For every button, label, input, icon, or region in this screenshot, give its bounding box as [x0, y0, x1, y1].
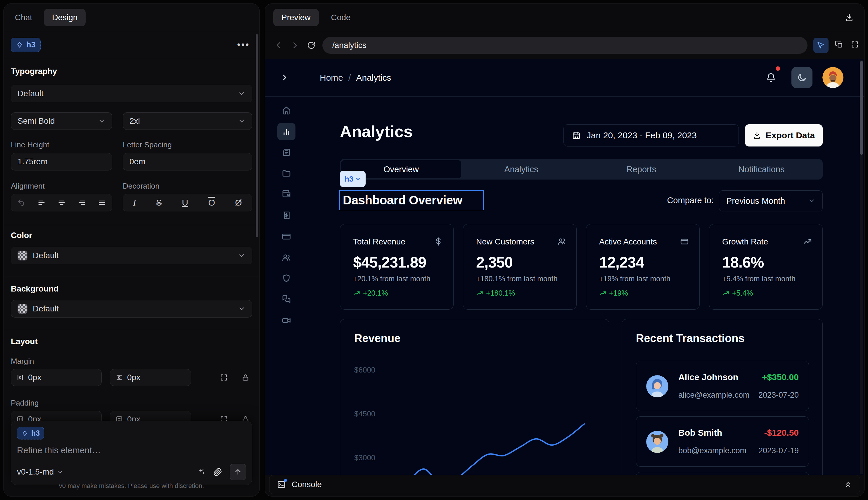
overline-icon[interactable]: O	[208, 198, 215, 208]
panel-scrollbar[interactable]	[256, 34, 258, 237]
composer-input[interactable]: Refine this element…	[17, 445, 246, 455]
italic-icon[interactable]: I	[133, 198, 136, 208]
shield-icon[interactable]	[282, 274, 291, 283]
more-menu-icon[interactable]: •••	[237, 40, 250, 50]
newspaper-icon[interactable]	[282, 148, 291, 157]
strikethrough-icon[interactable]: S	[156, 198, 162, 208]
send-button[interactable]	[230, 464, 246, 480]
chevrons-up-icon[interactable]	[844, 480, 852, 489]
arrow-up-icon	[234, 468, 242, 476]
tab-code[interactable]: Code	[331, 13, 351, 22]
trending-up-icon	[353, 290, 360, 297]
model-select[interactable]: v0-1.5-md	[17, 467, 64, 477]
background-swatch	[18, 304, 27, 314]
color-title: Color	[11, 231, 252, 240]
font-family-select[interactable]: Default	[11, 85, 252, 102]
alignment-group	[11, 194, 112, 212]
user-avatar[interactable]	[822, 67, 843, 88]
chevron-down-icon	[98, 117, 105, 125]
breadcrumb-home[interactable]: Home	[320, 73, 343, 83]
refine-composer: h3 Refine this element… v0-1.5-md	[11, 421, 252, 485]
lock-margin-icon[interactable]	[239, 371, 252, 384]
wallet-icon[interactable]	[282, 190, 291, 199]
margin-y-input[interactable]: 0px	[110, 369, 191, 386]
theme-toggle-button[interactable]	[791, 67, 812, 88]
alignment-label: Alignment	[11, 182, 112, 191]
tab-preview[interactable]: Preview	[273, 9, 319, 26]
diamond-icon	[21, 430, 28, 437]
sparkles-icon[interactable]	[197, 467, 206, 476]
trending-up-icon	[722, 290, 729, 297]
no-decoration-icon[interactable]: Ø	[235, 198, 242, 208]
expand-margin-icon[interactable]	[217, 371, 231, 384]
transaction-row-clipped	[636, 472, 809, 475]
bar-chart-icon[interactable]	[282, 127, 291, 136]
background-select[interactable]: Default	[11, 300, 252, 318]
sidebar-toggle-icon[interactable]	[280, 73, 289, 82]
date-range-button[interactable]: Jan 20, 2023 - Feb 09, 2023	[564, 124, 739, 147]
selected-heading[interactable]: Dashboard Overview	[339, 190, 484, 210]
margin-x-input[interactable]: 0px	[11, 369, 102, 386]
tab-analytics[interactable]: Analytics	[461, 164, 581, 174]
align-justify-icon[interactable]	[98, 198, 106, 207]
chevron-down-icon	[238, 90, 245, 98]
paperclip-icon[interactable]	[213, 467, 222, 476]
composer-element-badge[interactable]: h3	[17, 427, 44, 440]
font-weight-select[interactable]: Semi Bold	[11, 112, 112, 130]
align-center-icon[interactable]	[58, 198, 66, 207]
color-select[interactable]: Default	[11, 247, 252, 264]
copy-icon[interactable]	[833, 38, 845, 50]
transaction-row[interactable]: Bob Smith bob@example.com -$120.50 2023-…	[636, 416, 809, 467]
color-swatch	[18, 251, 27, 261]
transaction-row[interactable]: Alice Johnson alice@example.com +$350.00…	[636, 361, 809, 411]
dollar-icon	[434, 237, 443, 246]
recent-transactions-card: Recent Transactions Alice Johnson alice@…	[622, 319, 823, 475]
selected-element-badge[interactable]: h3	[11, 38, 40, 52]
messages-icon[interactable]	[282, 295, 291, 304]
download-icon[interactable]	[845, 13, 854, 22]
video-icon[interactable]	[282, 316, 291, 325]
reset-alignment-icon[interactable]	[17, 198, 25, 207]
decoration-group: I S U O Ø	[123, 194, 252, 212]
panel-mode-tabs: Chat Design	[4, 4, 259, 31]
bell-icon[interactable]	[766, 72, 776, 83]
address-bar[interactable]: /analytics	[322, 37, 808, 54]
letter-spacing-input[interactable]: 0em	[123, 153, 252, 170]
design-mode-pointer-icon[interactable]	[813, 38, 829, 53]
align-right-icon[interactable]	[78, 198, 86, 207]
chevron-down-icon	[355, 176, 361, 182]
home-icon[interactable]	[282, 106, 291, 115]
terminal-icon	[277, 480, 286, 489]
compare-select[interactable]: Previous Month	[719, 190, 823, 212]
revenue-line-chart	[340, 319, 610, 475]
underline-icon[interactable]: U	[182, 198, 188, 208]
tab-notifications[interactable]: Notifications	[702, 164, 822, 174]
background-title: Background	[11, 284, 252, 294]
export-data-button[interactable]: Export Data	[745, 124, 823, 147]
layout-title: Layout	[11, 337, 252, 346]
trending-up-icon	[803, 237, 812, 246]
credit-card-icon[interactable]	[282, 232, 291, 241]
receipt-icon[interactable]	[282, 211, 291, 220]
forward-icon[interactable]	[289, 39, 301, 51]
stat-card-total-revenue: Total Revenue $45,231.89 +20.1% from las…	[340, 224, 454, 310]
console-bar[interactable]: Console	[269, 475, 860, 494]
tab-chat[interactable]: Chat	[15, 13, 32, 22]
notification-dot	[776, 66, 780, 71]
tab-design[interactable]: Design	[44, 9, 85, 26]
font-size-select[interactable]: 2xl	[123, 112, 252, 130]
stat-card-active-accounts: Active Accounts 12,234 +19% from last mo…	[586, 224, 700, 310]
fullscreen-icon[interactable]	[849, 38, 861, 50]
viewport-scrollbar-thumb[interactable]	[860, 61, 863, 155]
align-left-icon[interactable]	[37, 198, 46, 207]
folder-icon[interactable]	[282, 169, 291, 178]
users-icon[interactable]	[282, 253, 291, 262]
browser-toolbar: /analytics	[265, 32, 864, 59]
refresh-icon[interactable]	[305, 39, 317, 51]
trending-up-icon	[476, 290, 483, 297]
back-icon[interactable]	[273, 39, 285, 51]
line-height-input[interactable]: 1.75rem	[11, 153, 112, 170]
selection-tag-badge[interactable]: h3	[340, 171, 366, 187]
tab-reports[interactable]: Reports	[581, 164, 702, 174]
download-icon	[753, 131, 761, 139]
